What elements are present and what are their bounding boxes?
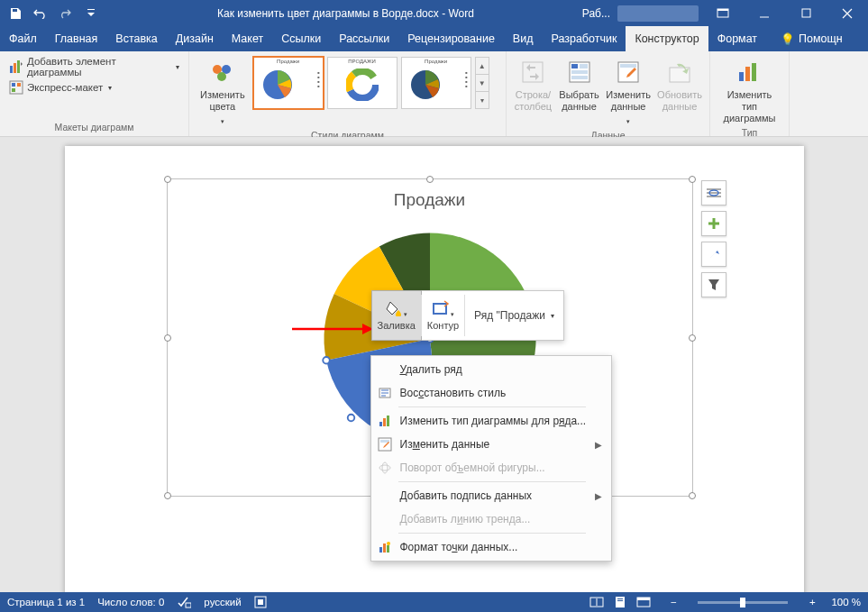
svg-rect-8 <box>17 83 21 87</box>
svg-point-33 <box>347 415 354 422</box>
tab-design[interactable]: Дизайн <box>167 26 223 51</box>
svg-point-30 <box>323 357 330 364</box>
zoom-level[interactable]: 100 % <box>831 597 861 607</box>
chart-filters-button[interactable] <box>701 272 726 297</box>
minimize-button[interactable] <box>744 0 785 26</box>
zoom-slider[interactable] <box>698 601 788 604</box>
change-chart-type-icon <box>736 58 764 87</box>
add-chart-element-button[interactable]: Добавить элемент диаграммы▾ <box>5 57 183 77</box>
gallery-up-button[interactable]: ▲ <box>476 58 489 75</box>
document-area[interactable]: Продажи Кв <box>0 137 868 592</box>
resize-handle-bl[interactable] <box>164 492 171 499</box>
word-count[interactable]: Число слов: 0 <box>97 597 164 607</box>
ctx-reset-style[interactable]: Воссстановить стиль <box>371 381 611 405</box>
edit-data-button[interactable]: Изменить данные▾ <box>604 55 653 130</box>
svg-rect-36 <box>434 304 446 314</box>
ctx-delete-series[interactable]: Удалить ряд <box>371 358 611 381</box>
zoom-out-button[interactable]: − <box>667 597 680 607</box>
chart-style-2[interactable]: ПРОДАЖИ <box>327 57 397 109</box>
ctx-edit-data[interactable]: Изменить данные ▶ <box>371 433 611 456</box>
svg-rect-22 <box>571 70 588 74</box>
account-area[interactable]: Раб... <box>549 5 702 22</box>
svg-point-44 <box>382 462 388 473</box>
tab-chart-design[interactable]: Конструктор <box>626 26 708 51</box>
dropdown-arrow-icon: ▾ <box>551 312 554 320</box>
qat-customize-button[interactable] <box>79 3 103 24</box>
select-data-icon <box>565 58 594 87</box>
tab-help[interactable]: 💡Помощн <box>772 26 852 51</box>
page-indicator[interactable]: Страница 1 из 1 <box>7 597 85 607</box>
reset-style-icon <box>377 385 393 401</box>
tab-insert[interactable]: Вставка <box>106 26 166 51</box>
svg-rect-38 <box>379 422 382 426</box>
resize-handle-tl[interactable] <box>164 176 171 183</box>
gallery-down-button[interactable]: ▼ <box>476 75 489 92</box>
ctx-format-data-point[interactable]: Формат точки данных... <box>371 535 611 559</box>
thumb-legend: ■■■■ <box>465 70 467 88</box>
ctx-change-chart-type[interactable]: Изменить тип диаграммы для ряда... <box>371 409 611 433</box>
web-layout-button[interactable] <box>633 594 654 610</box>
series-selector[interactable]: Ряд "Продажи▾ <box>465 291 563 340</box>
change-chart-type-button[interactable]: Изменить тип диаграммы <box>716 55 783 127</box>
gallery-more-button[interactable]: ▾ <box>476 92 489 108</box>
svg-rect-5 <box>17 60 20 73</box>
resize-handle-lm[interactable] <box>164 334 171 342</box>
ctx-add-data-labels[interactable]: Добавить подпись данных ▶ <box>371 484 611 507</box>
ribbon-tabs: Файл Главная Вставка Дизайн Макет Ссылки… <box>0 26 868 51</box>
ribbon-options-button[interactable] <box>702 0 744 26</box>
resize-handle-tr[interactable] <box>689 176 696 183</box>
maximize-button[interactable] <box>785 0 827 26</box>
group-chart-layouts: Добавить элемент диаграммы▾ Экспресс-мак… <box>0 51 189 136</box>
spellcheck-button[interactable] <box>177 596 191 608</box>
resize-handle-tm[interactable] <box>426 176 434 183</box>
outline-button[interactable]: ▾ Контур <box>422 291 464 340</box>
resize-handle-rm[interactable] <box>689 334 696 342</box>
read-mode-button[interactable] <box>586 594 608 610</box>
group-chart-styles: Изменить цвета ▾ Продажи ■■■■ ПРОДАЖИ Пр… <box>189 51 507 136</box>
group-type: Изменить тип диаграммы Тип <box>710 51 790 136</box>
tab-view[interactable]: Вид <box>504 26 543 51</box>
layout-options-button[interactable] <box>701 180 726 206</box>
view-buttons <box>586 594 654 610</box>
tab-layout[interactable]: Макет <box>223 26 272 51</box>
print-layout-button[interactable] <box>609 594 631 610</box>
tab-review[interactable]: Рецензирование <box>398 26 504 51</box>
svg-rect-45 <box>379 547 382 553</box>
save-button[interactable] <box>4 3 27 24</box>
group-label-layouts: Макеты диаграмм <box>5 122 183 134</box>
chart-style-3[interactable]: Продажи ■■■■ <box>401 57 471 109</box>
select-data-button[interactable]: Выбрать данные <box>557 55 601 115</box>
blank-icon <box>377 488 393 504</box>
tab-references[interactable]: Ссылки <box>272 26 330 51</box>
tab-format[interactable]: Формат <box>708 26 766 51</box>
quick-layout-icon <box>9 80 23 95</box>
change-colors-button[interactable]: Изменить цвета ▾ <box>195 55 251 130</box>
switch-row-column-icon <box>518 58 547 87</box>
tab-mailings[interactable]: Рассылки <box>330 26 398 51</box>
svg-rect-27 <box>739 72 744 81</box>
svg-rect-18 <box>523 62 543 82</box>
status-bar: Страница 1 из 1 Число слов: 0 русский − … <box>0 592 868 612</box>
chart-elements-button[interactable] <box>701 211 726 236</box>
redo-button[interactable] <box>54 3 78 24</box>
svg-rect-1 <box>717 9 728 11</box>
tab-file[interactable]: Файл <box>0 26 46 51</box>
undo-button[interactable] <box>29 3 52 24</box>
ctx-add-trendline: Добавить линию тренда... <box>371 507 611 531</box>
chart-title[interactable]: Продажи <box>168 179 692 210</box>
svg-rect-4 <box>14 63 16 73</box>
zoom-in-button[interactable]: + <box>806 597 818 607</box>
tab-home[interactable]: Главная <box>46 26 107 51</box>
quick-layout-button[interactable]: Экспресс-макет▾ <box>5 78 183 97</box>
macro-recording-button[interactable] <box>254 596 267 608</box>
chart-styles-button[interactable] <box>701 242 726 267</box>
chart-style-1[interactable]: Продажи ■■■■ <box>253 57 324 109</box>
close-button[interactable] <box>827 0 868 26</box>
tab-developer[interactable]: Разработчик <box>542 26 626 51</box>
fill-button[interactable]: ▾ Заливка <box>371 290 422 341</box>
fill-icon: ▾ <box>385 300 407 318</box>
language-indicator[interactable]: русский <box>204 597 241 607</box>
svg-rect-52 <box>258 599 263 605</box>
resize-handle-br[interactable] <box>689 492 696 499</box>
refresh-data-button: Обновить данные <box>655 55 704 115</box>
